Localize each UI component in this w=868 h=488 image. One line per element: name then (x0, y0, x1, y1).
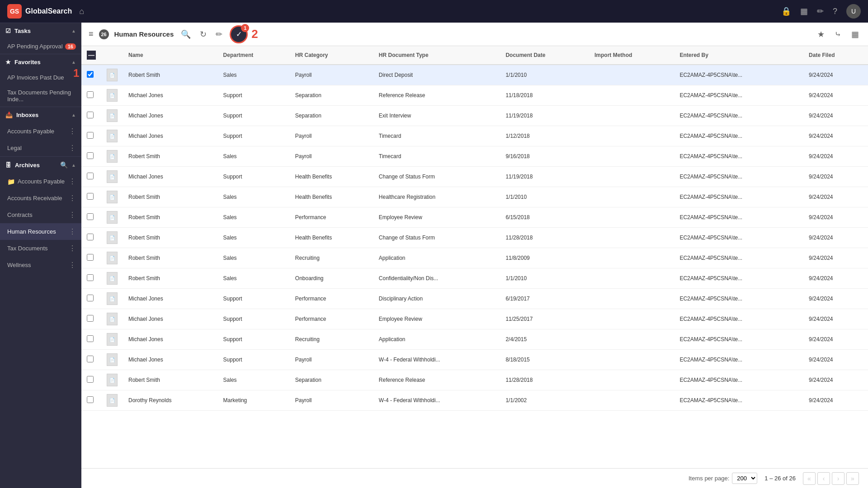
arch-wellness-menu[interactable]: ⋮ (69, 261, 76, 269)
row-doc-icon-cell[interactable]: 📄 (101, 85, 123, 106)
doc-thumbnail[interactable]: 📄 (107, 313, 118, 325)
doc-thumbnail[interactable]: 📄 (107, 353, 118, 366)
lock-icon[interactable]: 🔒 (781, 6, 791, 16)
sidebar-item-arch-ap[interactable]: 📁 Accounts Payable ⋮ (0, 173, 81, 190)
row-checkbox[interactable] (87, 274, 94, 281)
row-checkbox-cell[interactable] (81, 65, 101, 85)
row-checkbox[interactable] (87, 295, 94, 301)
row-name[interactable]: Dorothy Reynolds (123, 390, 218, 411)
row-name[interactable]: Robert Smith (123, 207, 218, 228)
row-doc-icon-cell[interactable]: 📄 (101, 248, 123, 268)
row-name[interactable]: Michael Jones (123, 167, 218, 187)
row-checkbox-cell[interactable] (81, 207, 101, 228)
avatar[interactable]: U (846, 4, 861, 19)
row-name[interactable]: Michael Jones (123, 309, 218, 329)
star-icon[interactable]: ★ (816, 28, 826, 41)
doc-thumbnail[interactable]: 📄 (107, 292, 118, 305)
grid-view-icon[interactable]: ▦ (800, 6, 808, 16)
row-doc-icon-cell[interactable]: 📄 (101, 207, 123, 228)
doc-thumbnail[interactable]: 📄 (107, 170, 118, 183)
sidebar-item-arch-wellness[interactable]: Wellness ⋮ (0, 257, 81, 273)
doc-thumbnail[interactable]: 📄 (107, 191, 118, 203)
archives-section[interactable]: 🗄 Archives 🔍 ▲ (0, 156, 81, 173)
col-name[interactable]: Name (123, 46, 218, 65)
row-name[interactable]: Robert Smith (123, 228, 218, 248)
sidebar-item-tax-docs[interactable]: Tax Documents Pending Inde... (0, 85, 81, 107)
doc-thumbnail[interactable]: 📄 (107, 211, 118, 224)
row-doc-icon-cell[interactable]: 📄 (101, 268, 123, 289)
action-button[interactable]: ✓ (230, 25, 248, 43)
first-page-button[interactable]: « (803, 472, 816, 485)
row-checkbox[interactable] (87, 254, 94, 261)
row-checkbox-cell[interactable] (81, 106, 101, 126)
sidebar-item-inbox-ap[interactable]: Accounts Payable ⋮ (0, 123, 81, 140)
col-doc-date[interactable]: Document Date (500, 46, 589, 65)
row-doc-icon-cell[interactable]: 📄 (101, 228, 123, 248)
prev-page-button[interactable]: ‹ (817, 472, 830, 485)
next-page-button[interactable]: › (832, 472, 844, 485)
row-checkbox-cell[interactable] (81, 146, 101, 167)
col-department[interactable]: Department (218, 46, 290, 65)
row-checkbox-cell[interactable] (81, 309, 101, 329)
row-checkbox[interactable] (87, 91, 94, 98)
row-checkbox-cell[interactable] (81, 187, 101, 207)
row-name[interactable]: Robert Smith (123, 248, 218, 268)
sidebar-item-ap-pending[interactable]: AP Pending Approval 16 (0, 39, 81, 54)
row-doc-icon-cell[interactable]: 📄 (101, 390, 123, 411)
col-entered-by[interactable]: Entered By (674, 46, 803, 65)
doc-thumbnail[interactable]: 📄 (107, 150, 118, 163)
doc-thumbnail[interactable]: 📄 (107, 252, 118, 264)
row-checkbox-cell[interactable] (81, 228, 101, 248)
arch-ap-menu[interactable]: ⋮ (69, 177, 76, 186)
master-checkbox[interactable]: — (87, 51, 96, 60)
tasks-section[interactable]: ☑ Tasks ▲ (0, 23, 81, 39)
doc-thumbnail[interactable]: 📄 (107, 231, 118, 244)
doc-thumbnail[interactable]: 📄 (107, 69, 118, 81)
edit-icon[interactable]: ✏ (817, 6, 824, 16)
search-icon[interactable]: 🔍 (179, 28, 193, 41)
arch-contracts-menu[interactable]: ⋮ (69, 211, 76, 219)
col-date-filed[interactable]: Date Filed (803, 46, 868, 65)
last-page-button[interactable]: » (846, 472, 859, 485)
share-icon[interactable]: ⤷ (833, 28, 843, 41)
arch-hr-menu[interactable]: ⋮ (69, 227, 76, 236)
row-checkbox[interactable] (87, 213, 94, 220)
row-checkbox-cell[interactable] (81, 350, 101, 370)
row-name[interactable]: Robert Smith (123, 146, 218, 167)
help-icon[interactable]: ? (833, 7, 837, 16)
row-checkbox-cell[interactable] (81, 126, 101, 146)
row-name[interactable]: Michael Jones (123, 85, 218, 106)
row-checkbox-cell[interactable] (81, 167, 101, 187)
row-checkbox[interactable] (87, 112, 94, 118)
row-name[interactable]: Michael Jones (123, 350, 218, 370)
col-hr-doc-type[interactable]: HR Document Type (373, 46, 500, 65)
row-checkbox[interactable] (87, 193, 94, 200)
home-icon[interactable]: ⌂ (79, 7, 84, 16)
doc-thumbnail[interactable]: 📄 (107, 130, 118, 142)
row-doc-icon-cell[interactable]: 📄 (101, 350, 123, 370)
refresh-icon[interactable]: ↻ (198, 28, 208, 41)
row-name[interactable]: Michael Jones (123, 126, 218, 146)
row-checkbox[interactable] (87, 132, 94, 139)
pencil-icon[interactable]: ✏ (214, 28, 224, 41)
view-toggle-icon[interactable]: ▦ (849, 28, 861, 41)
row-checkbox-cell[interactable] (81, 85, 101, 106)
archive-search-icon[interactable]: 🔍 (60, 161, 68, 169)
row-name[interactable]: Michael Jones (123, 329, 218, 350)
arch-ar-menu[interactable]: ⋮ (69, 194, 76, 202)
inboxes-section[interactable]: 📥 Inboxes ▲ (0, 107, 81, 123)
row-doc-icon-cell[interactable]: 📄 (101, 65, 123, 85)
row-checkbox[interactable] (87, 234, 94, 240)
row-checkbox[interactable] (87, 315, 94, 322)
row-checkbox[interactable] (87, 356, 94, 362)
row-doc-icon-cell[interactable]: 📄 (101, 106, 123, 126)
sidebar-item-arch-tax[interactable]: Tax Documents ⋮ (0, 240, 81, 257)
doc-thumbnail[interactable]: 📄 (107, 109, 118, 122)
sidebar-item-arch-hr[interactable]: Human Resources ⋮ (0, 223, 81, 240)
row-name[interactable]: Robert Smith (123, 65, 218, 85)
row-checkbox-cell[interactable] (81, 390, 101, 411)
row-checkbox[interactable] (87, 152, 94, 159)
row-doc-icon-cell[interactable]: 📄 (101, 329, 123, 350)
row-checkbox-cell[interactable] (81, 329, 101, 350)
hamburger-icon[interactable]: ≡ (89, 29, 94, 39)
